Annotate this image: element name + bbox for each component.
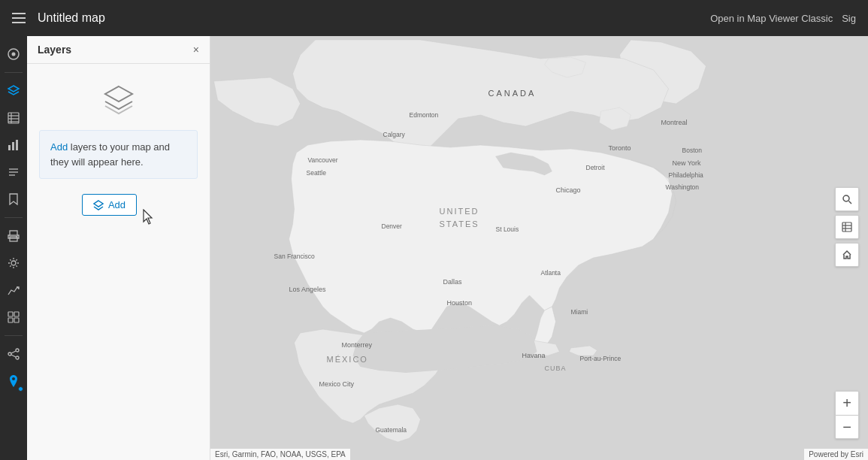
- open-viewer-link[interactable]: Open in Map Viewer Classic: [710, 13, 833, 24]
- layers-empty-icon: [101, 82, 137, 118]
- menu-icon[interactable]: [12, 13, 26, 23]
- svg-point-24: [16, 356, 19, 359]
- svg-text:Miami: Miami: [571, 308, 588, 316]
- svg-text:Calgary: Calgary: [383, 131, 406, 138]
- svg-text:Mexico City: Mexico City: [319, 380, 355, 388]
- analysis-toolbar-btn[interactable]: [2, 278, 26, 302]
- header: Untitled map Open in Map Viewer Classic …: [0, 0, 868, 36]
- svg-text:STATES: STATES: [440, 219, 479, 228]
- svg-rect-20: [8, 318, 13, 322]
- layers-panel-header: Layers ×: [27, 36, 210, 64]
- main-area: Layers × Add layers to your map and they…: [0, 36, 868, 460]
- grid-toolbar-btn[interactable]: [2, 305, 26, 329]
- tables-toolbar-btn[interactable]: [2, 106, 26, 130]
- toolbar-divider-2: [5, 217, 23, 218]
- svg-text:New York: New York: [673, 159, 702, 167]
- svg-rect-15: [10, 237, 17, 241]
- svg-line-25: [11, 351, 16, 353]
- zoom-in-button[interactable]: +: [835, 391, 859, 415]
- svg-text:Seattle: Seattle: [307, 169, 327, 177]
- svg-text:Detroit: Detroit: [586, 164, 606, 171]
- legend-toolbar-btn[interactable]: [2, 160, 26, 184]
- map-zoom-controls: + −: [835, 391, 859, 439]
- locator-toolbar-btn[interactable]: [2, 369, 26, 393]
- map-search-button[interactable]: [835, 187, 859, 211]
- svg-rect-8: [8, 145, 11, 150]
- map-area[interactable]: CANADA Edmonton Calgary Vancouver Seattl…: [210, 36, 868, 460]
- svg-text:St Louis: St Louis: [496, 225, 519, 233]
- print-toolbar-btn[interactable]: [2, 224, 26, 248]
- svg-line-61: [849, 201, 852, 204]
- svg-text:CUBA: CUBA: [545, 365, 567, 372]
- svg-marker-27: [105, 86, 132, 101]
- zoom-in-icon: +: [842, 395, 851, 412]
- layers-panel-title: Layers: [38, 44, 71, 56]
- svg-point-22: [16, 349, 19, 352]
- add-button-label: Add: [108, 199, 126, 210]
- zoom-out-button[interactable]: −: [835, 415, 859, 439]
- svg-text:Atlanta: Atlanta: [541, 269, 561, 277]
- map-basemap-button[interactable]: [835, 215, 859, 239]
- layers-toolbar-btn[interactable]: [2, 79, 26, 103]
- svg-text:Edmonton: Edmonton: [410, 111, 439, 119]
- svg-text:Dallas: Dallas: [443, 278, 463, 286]
- home-toolbar-btn[interactable]: [2, 42, 26, 66]
- header-right: Open in Map Viewer Classic Sig: [710, 13, 856, 24]
- toolbar-divider-3: [5, 335, 23, 336]
- svg-text:Toronto: Toronto: [609, 144, 631, 152]
- svg-text:San Francisco: San Francisco: [274, 253, 316, 260]
- svg-line-26: [11, 355, 16, 357]
- svg-text:Montreal: Montreal: [661, 119, 688, 126]
- svg-text:Guatemala: Guatemala: [376, 426, 407, 434]
- toolbar-divider-1: [5, 72, 23, 73]
- empty-msg-add: Add layers to your map and they will app…: [50, 141, 170, 168]
- svg-point-17: [11, 261, 16, 265]
- svg-text:Denver: Denver: [382, 222, 403, 230]
- layers-panel-content: Add layers to your map and they will app…: [27, 64, 210, 460]
- svg-text:Chicago: Chicago: [556, 186, 581, 194]
- svg-text:Port-au-Prince: Port-au-Prince: [580, 355, 622, 362]
- layers-empty-message: Add layers to your map and they will app…: [39, 130, 198, 179]
- share-toolbar-btn[interactable]: [2, 342, 26, 366]
- bookmarks-toolbar-btn[interactable]: [2, 187, 26, 211]
- svg-text:CANADA: CANADA: [488, 89, 537, 98]
- svg-rect-19: [14, 312, 19, 316]
- svg-text:Monterrey: Monterrey: [342, 341, 373, 349]
- layers-panel: Layers × Add layers to your map and they…: [27, 36, 210, 460]
- svg-marker-28: [94, 201, 103, 207]
- svg-rect-18: [8, 312, 13, 316]
- svg-point-23: [8, 353, 11, 356]
- sign-button[interactable]: Sig: [842, 13, 856, 24]
- layers-panel-close[interactable]: ×: [193, 44, 199, 55]
- svg-rect-10: [16, 140, 18, 150]
- svg-text:Boston: Boston: [682, 147, 703, 154]
- svg-text:Havana: Havana: [522, 352, 546, 359]
- charts-toolbar-btn[interactable]: [2, 133, 26, 157]
- zoom-out-icon: −: [842, 419, 851, 436]
- svg-text:Vancouver: Vancouver: [308, 156, 338, 164]
- svg-text:UNITED: UNITED: [440, 207, 479, 216]
- svg-text:Los Angeles: Los Angeles: [289, 286, 327, 293]
- svg-text:Washington: Washington: [666, 183, 700, 191]
- map-svg: CANADA Edmonton Calgary Vancouver Seattl…: [210, 36, 868, 460]
- map-controls: [835, 187, 859, 267]
- powered-by: Powered by Esri: [804, 449, 868, 460]
- svg-marker-2: [8, 86, 19, 92]
- svg-text:Houston: Houston: [447, 299, 473, 307]
- svg-point-1: [12, 53, 16, 56]
- map-title: Untitled map: [38, 11, 105, 25]
- left-toolbar: [0, 36, 27, 460]
- add-layer-button[interactable]: Add: [82, 194, 137, 216]
- header-left: Untitled map: [12, 11, 105, 25]
- svg-text:MÉXICO: MÉXICO: [327, 355, 368, 364]
- svg-rect-62: [842, 222, 851, 232]
- add-button-row: Add: [82, 194, 155, 228]
- svg-point-60: [843, 195, 849, 201]
- svg-rect-14: [10, 231, 17, 235]
- map-home-button[interactable]: [835, 243, 859, 267]
- map-attribution: Esri, Garmin, FAO, NOAA, USGS, EPA: [210, 449, 350, 460]
- svg-rect-9: [12, 142, 14, 150]
- svg-point-16: [16, 236, 17, 238]
- settings-toolbar-btn[interactable]: [2, 251, 26, 275]
- svg-rect-21: [14, 318, 19, 322]
